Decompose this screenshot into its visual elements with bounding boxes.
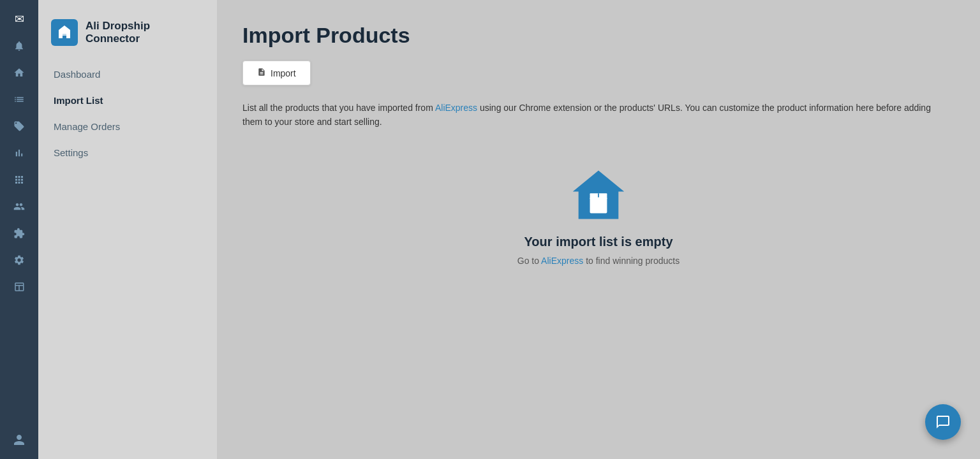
- description-text: List all the products that you have impo…: [242, 101, 944, 129]
- list-icon[interactable]: [8, 88, 31, 111]
- svg-rect-2: [590, 197, 607, 213]
- page-title: Import Products: [242, 23, 954, 48]
- empty-subtitle-prefix: Go to: [517, 256, 541, 266]
- brand-logo: [51, 19, 78, 46]
- tab-bar: Import: [242, 61, 954, 85]
- empty-state-icon: [570, 168, 627, 222]
- aliexpress-link-empty[interactable]: AliExpress: [541, 256, 583, 266]
- aliexpress-link-desc[interactable]: AliExpress: [435, 103, 477, 113]
- people-icon[interactable]: [8, 195, 31, 218]
- nav-settings[interactable]: Settings: [38, 140, 217, 166]
- chat-button[interactable]: [925, 404, 961, 440]
- table-icon[interactable]: [8, 275, 31, 298]
- nav-import-list[interactable]: Import List: [38, 87, 217, 113]
- svg-rect-0: [63, 33, 66, 36]
- nav-dashboard[interactable]: Dashboard: [38, 61, 217, 87]
- empty-subtitle: Go to AliExpress to find winning product…: [517, 256, 679, 266]
- sidebar: Ali Dropship Connector Dashboard Import …: [38, 0, 217, 459]
- main-content: Import Products Import List all the prod…: [217, 0, 980, 459]
- grid-icon[interactable]: [8, 168, 31, 191]
- icon-rail: ✉: [0, 0, 38, 459]
- empty-subtitle-suffix: to find winning products: [583, 256, 679, 266]
- sidebar-nav: Dashboard Import List Manage Orders Sett…: [38, 61, 217, 166]
- home-icon[interactable]: [8, 61, 31, 84]
- import-tab[interactable]: Import: [242, 61, 311, 85]
- brand-name: Ali Dropship Connector: [85, 20, 150, 46]
- bell-icon[interactable]: [8, 34, 31, 57]
- mail-icon[interactable]: ✉: [8, 8, 31, 31]
- tag-icon[interactable]: [8, 115, 31, 138]
- empty-state: Your import list is empty Go to AliExpre…: [242, 168, 954, 266]
- nav-manage-orders[interactable]: Manage Orders: [38, 113, 217, 140]
- import-tab-label: Import: [271, 68, 296, 78]
- empty-title: Your import list is empty: [524, 235, 673, 249]
- avatar-bottom-icon[interactable]: [8, 428, 31, 451]
- chart-icon[interactable]: [8, 142, 31, 164]
- import-tab-icon: [257, 68, 266, 78]
- puzzle-icon[interactable]: [8, 222, 31, 245]
- settings-icon[interactable]: [8, 249, 31, 272]
- sidebar-brand: Ali Dropship Connector: [38, 13, 217, 61]
